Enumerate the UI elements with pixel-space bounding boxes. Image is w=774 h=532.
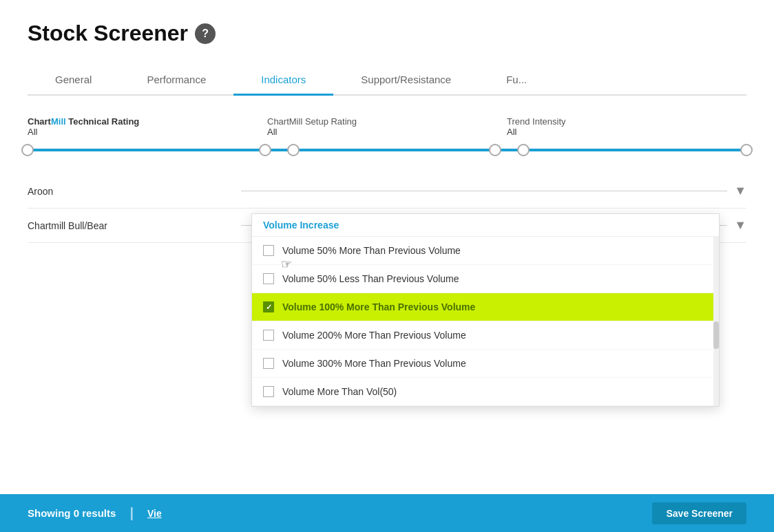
scrollbar-thumb[interactable] [713,321,719,349]
save-screener-button[interactable]: Save Screener [652,502,746,524]
checkbox-vol-100-more[interactable] [263,301,274,312]
bottom-bar: Showing 0 results | Vie Save Screener [0,494,774,532]
filter-sliders [28,140,746,160]
tab-support-resistance[interactable]: Support/Resistance [333,65,479,96]
chartmill-setup-filter-label: ChartMill Setup Rating All [267,116,507,137]
page-title: Stock Screener [28,21,188,46]
slider-thumb-3[interactable] [287,144,300,156]
chartmill-technical-value: All [28,127,267,137]
checkbox-vol-300-more[interactable] [263,358,274,369]
aroon-label: Aroon [28,186,234,197]
checkbox-vol-200-more[interactable] [263,330,274,341]
tab-general[interactable]: General [28,65,119,96]
volume-dropdown: Volume Increase Volume 50% More Than Pre… [251,213,720,407]
dropdown-item-vol-50-more[interactable]: Volume 50% More Than Previous Volume [252,237,719,265]
chartmill-setup-value: All [267,127,507,137]
view-link[interactable]: Vie [147,508,162,519]
slider-thumb-1[interactable] [21,144,34,156]
dropdown-item-vol-more-50[interactable]: Volume More Than Vol(50) [252,378,719,406]
chartmill-bull-bear-label: Chartmill Bull/Bear [28,220,234,231]
aroon-dropdown-arrow[interactable]: ▼ [734,184,746,198]
tab-fu[interactable]: Fu... [479,65,554,96]
tab-bar: General Performance Indicators Support/R… [28,65,746,96]
bar-divider: | [129,505,134,521]
chartmill-technical-filter-label: ChartMill Technical Rating All [28,116,267,137]
dropdown-item-vol-200-more[interactable]: Volume 200% More Than Previous Volume [252,321,719,350]
tab-performance[interactable]: Performance [119,65,233,96]
checkbox-vol-50-less[interactable] [263,273,274,284]
dropdown-item-vol-100-more[interactable]: Volume 100% More Than Previous Volume [252,293,719,321]
trend-intensity-filter-label: Trend Intensity All [507,116,746,137]
checkbox-vol-more-50[interactable] [263,386,274,397]
aroon-filter-row: Aroon ▼ [28,174,746,209]
trend-intensity-value: All [507,127,746,137]
help-icon[interactable]: ? [195,23,216,44]
chartmill-bull-bear-dropdown-arrow[interactable]: ▼ [734,218,746,233]
slider-thumb-2[interactable] [259,144,271,156]
tab-indicators[interactable]: Indicators [233,65,333,96]
showing-label: Showing 0 results [28,507,116,519]
dropdown-scrollbar[interactable] [713,237,719,406]
dropdown-header: Volume Increase [252,214,719,237]
checkbox-vol-50-more[interactable] [263,245,274,256]
dropdown-item-vol-50-less[interactable]: Volume 50% Less Than Previous Volume [252,265,719,293]
slider-thumb-4[interactable] [489,144,501,156]
slider-thumb-5[interactable] [517,144,530,156]
slider-thumb-6[interactable] [740,144,753,156]
results-count: 0 [74,507,79,519]
page-header: Stock Screener ? [28,21,746,46]
dropdown-item-vol-300-more[interactable]: Volume 300% More Than Previous Volume [252,350,719,378]
